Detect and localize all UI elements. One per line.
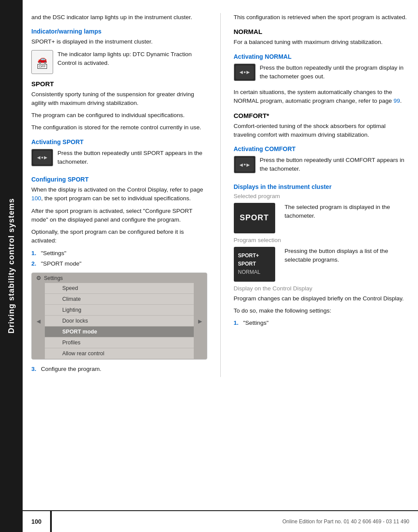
footer-copyright: Online Edition for Part no. 01 40 2 606 …	[282, 519, 418, 525]
sport-button-icon: ◀ ▶	[31, 149, 53, 166]
comfort-btn-arrows: ◀ ▶	[236, 158, 254, 172]
page-footer: 100 Online Edition for Part no. 01 40 2 …	[0, 510, 418, 532]
normal-btn-arrows: ◀ ▶	[236, 65, 254, 79]
dtc-block: 🚗 OFF The indicator lamp lights up: DTC …	[31, 50, 207, 74]
list-text-2: "SPORT mode"	[41, 259, 81, 268]
sport-p3: The configuration is stored for the remo…	[31, 123, 207, 132]
comfort-left-arrow-icon: ◀	[239, 162, 243, 167]
indicator-warning-heading: Indicator/warning lamps	[31, 28, 207, 35]
page-link-99[interactable]: 99	[394, 98, 400, 104]
display-control-list: 1. "Settings"	[234, 319, 410, 327]
program-selection-block: SPORT+ SPORT NORMAL Pressing the button …	[234, 247, 410, 282]
page-link-100[interactable]: 100	[31, 195, 41, 202]
activating-sport-block: ◀ ▶ Press the button repeatedly until SP…	[31, 149, 207, 170]
list-num-2: 2.	[31, 259, 38, 268]
comfort-heading: COMFORT*	[234, 112, 410, 119]
left-column: and the DSC indicator lamp lights up in …	[31, 13, 207, 377]
settings-nav-left: ◀	[32, 283, 45, 359]
normal-text: For a balanced tuning with maximum drivi…	[234, 38, 410, 47]
main-content: and the DSC indicator lamp lights up in …	[23, 0, 418, 403]
activating-normal-block: ◀ ▶ Press the button repeatedly until th…	[234, 64, 410, 85]
display-control-heading: Display on the Control Display	[234, 285, 410, 292]
list-item-1: 1. "Settings"	[31, 249, 207, 258]
dtc-off-label: OFF	[37, 64, 47, 69]
dtc-text: The indicator lamp lights up: DTC Dynami…	[57, 50, 207, 68]
settings-item-speed: Speed	[45, 283, 194, 294]
config-list-3: 3. Configure the program.	[31, 365, 207, 374]
list-item-3: 3. Configure the program.	[31, 365, 207, 374]
configuring-sport-heading: Configuring SPORT	[31, 176, 207, 183]
page-number: 100	[23, 518, 50, 525]
btn-arrows: ◀ ▶	[33, 151, 51, 165]
program-item-sport-plus: SPORT+	[238, 252, 259, 260]
configuring-p1: When the display is activated on the Con…	[31, 185, 207, 203]
list-text-3: Configure the program.	[41, 365, 101, 374]
settings-item-doorlocks: Door locks	[45, 316, 194, 327]
configuring-p2: After the sport program is activated, se…	[31, 207, 207, 225]
right-arrow-icon: ▶	[44, 155, 47, 160]
list-text-1: "Settings"	[41, 249, 66, 258]
comfort-right-arrow-icon: ▶	[246, 162, 250, 167]
normal-heading: NORMAL	[234, 28, 410, 35]
sport-p1: Consistently sporty tuning of the suspen…	[31, 90, 207, 108]
right-intro: This configuration is retrieved when the…	[234, 13, 410, 22]
dtc-car-icon: 🚗	[37, 55, 47, 63]
sport-heading: SPORT	[31, 80, 207, 88]
program-item-sport: SPORT	[238, 260, 256, 268]
settings-item-lighting: Lighting	[45, 305, 194, 316]
settings-gear-icon: ⚙	[36, 275, 41, 281]
intro-text: and the DSC indicator lamp lights up in …	[31, 13, 207, 22]
column-divider	[220, 13, 221, 377]
program-selection-heading: Program selection	[234, 237, 410, 243]
indicator-text: SPORT+ is displayed in the instrument cl…	[31, 37, 207, 46]
settings-titlebar: ⚙ Settings	[32, 273, 207, 283]
settings-row-main: ◀ Speed Climate Lighting Door locks SPOR…	[32, 283, 207, 359]
normal-btn-dot-icon	[244, 71, 246, 73]
display-control-p2: To do so, make the following settings:	[234, 306, 410, 315]
selected-program-text: The selected program is displayed in the…	[285, 203, 410, 221]
activating-sport-heading: Activating SPORT	[31, 138, 207, 145]
dtc-icon-box: 🚗 OFF	[31, 50, 53, 74]
list-num-1: 1.	[31, 249, 38, 258]
program-selection-text: Pressing the button displays a list of t…	[285, 247, 410, 265]
settings-item-climate: Climate	[45, 294, 194, 305]
list-num-3: 3.	[31, 365, 38, 374]
display-control-item-1: 1. "Settings"	[234, 319, 410, 327]
comfort-text: Comfort-oriented tuning of the shock abs…	[234, 122, 410, 140]
selected-program-block: SPORT The selected program is displayed …	[234, 203, 410, 233]
normal-button-icon: ◀ ▶	[234, 64, 256, 81]
comfort-button-icon: ◀ ▶	[234, 156, 256, 173]
normal-left-arrow-icon: ◀	[239, 70, 243, 74]
settings-items-list: Speed Climate Lighting Door locks SPORT …	[45, 283, 194, 359]
activating-comfort-block: ◀ ▶ Press the button repeatedly until CO…	[234, 156, 410, 177]
settings-nav-right: ▶	[194, 283, 207, 359]
config-numbered-list: 1. "Settings" 2. "SPORT mode"	[31, 249, 207, 269]
activating-normal-text: Press the button repeatedly until the pr…	[260, 64, 410, 81]
program-list-box: SPORT+ SPORT NORMAL	[234, 247, 275, 282]
normal-right-arrow-icon: ▶	[246, 70, 250, 74]
displays-heading: Displays in the instrument cluster	[234, 183, 410, 190]
selected-program-heading: Selected program	[234, 193, 410, 199]
right-column: This configuration is retrieved when the…	[234, 13, 410, 377]
display-control-text-1: "Settings"	[243, 319, 269, 327]
activating-comfort-heading: Activating COMFORT	[234, 145, 410, 152]
settings-item-allowrear: Allow rear control	[45, 348, 194, 359]
settings-item-profiles: Profiles	[45, 337, 194, 348]
comfort-btn-dot-icon	[244, 164, 246, 165]
configuring-p3: Optionally, the sport program can be con…	[31, 228, 207, 246]
settings-item-sportmode[interactable]: SPORT mode	[45, 327, 194, 337]
display-control-p1: Program changes can be displayed briefly…	[234, 294, 410, 303]
program-item-normal: NORMAL	[238, 268, 260, 276]
sport-display-box: SPORT	[234, 203, 275, 233]
footer-divider	[50, 511, 52, 532]
activating-sport-text: Press the button repeatedly until SPORT …	[57, 149, 207, 167]
normal-note: In certain situations, the system automa…	[234, 88, 410, 106]
activating-comfort-text: Press the button repeatedly until COMFOR…	[260, 156, 410, 174]
sport-p2: The program can be configured to individ…	[31, 111, 207, 120]
sidebar: Driving stability control systems	[0, 0, 23, 532]
settings-screenshot: ⚙ Settings ◀ Speed Climate Lighting Door…	[31, 273, 207, 360]
left-arrow-icon: ◀	[37, 155, 40, 160]
btn-dot-icon	[41, 157, 43, 158]
settings-title: Settings	[44, 275, 63, 281]
sidebar-title: Driving stability control systems	[7, 198, 16, 333]
